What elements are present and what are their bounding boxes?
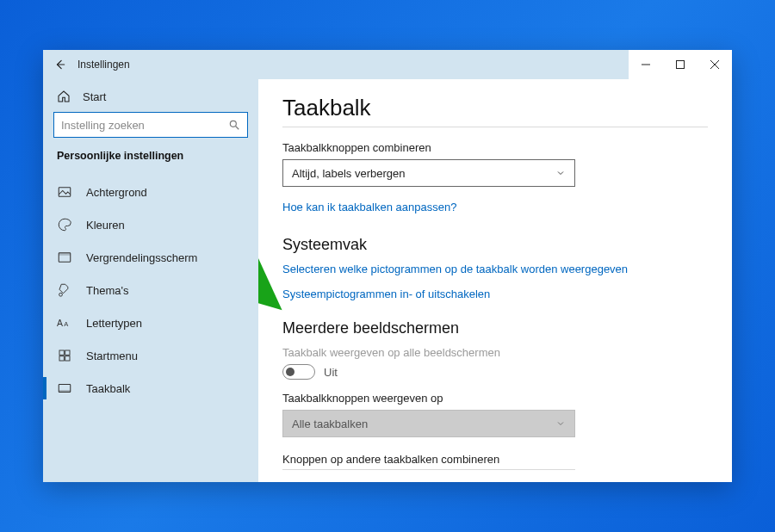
- search-input[interactable]: [61, 119, 228, 132]
- back-button[interactable]: [43, 50, 78, 79]
- sidebar: Start Persoonlijke instellingen Achtergr…: [43, 79, 258, 482]
- svg-line-20: [258, 248, 271, 301]
- multi-toggle[interactable]: [282, 364, 315, 380]
- sidebar-item-label: Startmenu: [86, 350, 138, 362]
- start-icon: [57, 348, 72, 363]
- help-link[interactable]: Hoe kan ik taakbalken aanpassen?: [282, 201, 456, 213]
- svg-rect-15: [59, 356, 64, 361]
- content-area: Start Persoonlijke instellingen Achtergr…: [43, 79, 732, 482]
- svg-rect-9: [59, 253, 71, 256]
- svg-text:A: A: [57, 318, 63, 328]
- toggle-knob: [286, 368, 294, 376]
- home-label: Start: [83, 90, 106, 103]
- chevron-down-icon: [555, 168, 566, 178]
- tray-system-icons-link[interactable]: Systeempictogrammen in- of uitschakelen: [282, 288, 708, 300]
- lockscreen-icon: [57, 250, 72, 265]
- fonts-icon: AA: [57, 315, 72, 331]
- svg-point-10: [59, 293, 63, 296]
- page-title: Taakbalk: [282, 95, 708, 121]
- tray-heading: Systeemvak: [282, 236, 708, 254]
- svg-rect-14: [65, 350, 70, 355]
- combine-select[interactable]: Altijd, labels verbergen: [282, 159, 575, 187]
- svg-text:A: A: [64, 320, 68, 328]
- sidebar-item-startmenu[interactable]: Startmenu: [43, 339, 258, 372]
- svg-rect-16: [65, 356, 70, 361]
- combine-label: Taakbalkknoppen combineren: [282, 141, 708, 154]
- svg-rect-13: [59, 350, 64, 355]
- search-icon: [228, 119, 240, 131]
- window-controls: [629, 50, 732, 79]
- maximize-button[interactable]: [663, 50, 698, 79]
- sidebar-nav: Achtergrond Kleuren Vergrendelingsscherm…: [43, 176, 258, 405]
- chevron-down-icon: [555, 418, 566, 429]
- sidebar-item-label: Achtergrond: [86, 186, 147, 199]
- minimize-button[interactable]: [629, 50, 663, 79]
- sidebar-item-themes[interactable]: Thema's: [43, 274, 258, 306]
- combine-select-value: Altijd, labels verbergen: [292, 167, 406, 180]
- search-box[interactable]: [53, 112, 248, 138]
- tray-select-icons-link[interactable]: Selecteren welke pictogrammen op de taak…: [282, 263, 708, 275]
- taskbar-icon: [57, 380, 72, 396]
- settings-window: Instellingen Start: [43, 50, 732, 482]
- sidebar-section-label: Persoonlijke instellingen: [43, 150, 258, 170]
- main-panel: Taakbalk Taakbalkknoppen combineren Alti…: [258, 79, 732, 482]
- sidebar-item-label: Thema's: [86, 284, 128, 297]
- sidebar-item-lockscreen[interactable]: Vergrendelingsscherm: [43, 241, 258, 274]
- multi-combine-other-label: Knoppen op andere taakbalken combineren: [282, 453, 575, 470]
- maximize-icon: [676, 60, 685, 69]
- multi-show-on-value: Alle taakbalken: [292, 418, 368, 430]
- sidebar-item-label: Lettertypen: [86, 317, 142, 330]
- multi-heading: Meerdere beeldschermen: [282, 319, 708, 337]
- themes-icon: [57, 282, 72, 298]
- sidebar-item-colors[interactable]: Kleuren: [43, 208, 258, 241]
- svg-rect-2: [677, 61, 685, 69]
- sidebar-item-background[interactable]: Achtergrond: [43, 176, 258, 208]
- sidebar-item-label: Kleuren: [86, 219, 125, 232]
- title-divider: [282, 127, 708, 127]
- sidebar-item-taskbar[interactable]: Taakbalk: [43, 372, 258, 405]
- multi-toggle-row: Uit: [282, 364, 708, 380]
- home-button[interactable]: Start: [43, 84, 258, 112]
- minimize-icon: [642, 60, 650, 69]
- close-icon: [710, 60, 719, 69]
- multi-show-on-select: Alle taakbalken: [282, 410, 575, 437]
- svg-line-6: [236, 127, 239, 130]
- palette-icon: [57, 217, 72, 232]
- close-button[interactable]: [698, 50, 732, 79]
- titlebar: Instellingen: [43, 50, 732, 79]
- multi-toggle-label: Taakbalk weergeven op alle beeldschermen: [282, 346, 708, 359]
- multi-show-on-label: Taakbalkknoppen weergeven op: [282, 392, 708, 405]
- sidebar-item-label: Taakbalk: [86, 382, 130, 395]
- multi-toggle-state: Uit: [324, 366, 338, 379]
- window-title: Instellingen: [78, 59, 130, 71]
- sidebar-item-label: Vergrendelingsscherm: [86, 251, 197, 264]
- svg-point-5: [230, 121, 236, 127]
- home-icon: [57, 90, 71, 103]
- svg-rect-7: [59, 188, 71, 197]
- picture-icon: [57, 184, 72, 200]
- back-arrow-icon: [54, 59, 66, 71]
- svg-rect-18: [59, 390, 71, 392]
- sidebar-item-fonts[interactable]: AA Lettertypen: [43, 306, 258, 339]
